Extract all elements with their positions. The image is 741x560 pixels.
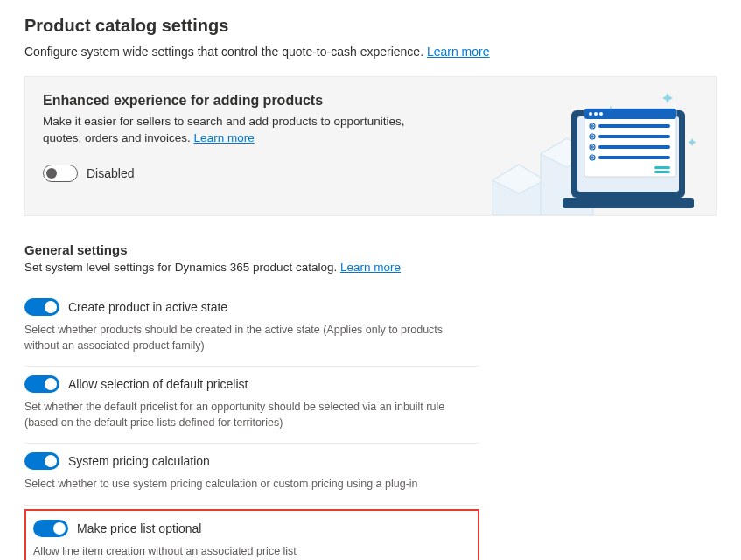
toggle-allow-default-pricelist[interactable]: [24, 375, 59, 393]
svg-point-7: [599, 112, 603, 116]
toggle-system-pricing[interactable]: [24, 452, 59, 470]
svg-point-20: [590, 155, 595, 160]
enhanced-toggle-label: Disabled: [87, 166, 134, 180]
svg-point-8: [590, 123, 595, 129]
svg-rect-19: [598, 145, 670, 149]
svg-rect-11: [598, 124, 670, 128]
svg-point-16: [590, 144, 595, 150]
highlighted-setting-box: Make price list optional Allow line item…: [24, 509, 479, 561]
label-price-list-optional: Make price list optional: [77, 522, 201, 536]
enhanced-toggle[interactable]: [43, 164, 78, 182]
enhanced-toggle-row: Disabled: [43, 164, 698, 182]
label-create-product-active: Create product in active state: [68, 300, 227, 314]
help-system-pricing: Select whether to use system pricing cal…: [24, 477, 462, 493]
toggle-create-product-active[interactable]: [24, 298, 59, 316]
page-subtitle: Configure system wide settings that cont…: [24, 45, 717, 59]
svg-point-6: [594, 112, 598, 116]
help-allow-default-pricelist: Set whether the default pricelist for an…: [24, 400, 462, 430]
svg-point-12: [590, 134, 595, 139]
help-create-product-active: Select whether products should be create…: [24, 323, 462, 354]
general-title: General settings: [24, 242, 717, 257]
enhanced-learn-more-link[interactable]: Learn more: [194, 131, 255, 144]
setting-create-product-active: Create product in active state Select wh…: [24, 290, 479, 367]
general-settings-section: General settings Set system level settin…: [24, 242, 717, 560]
label-system-pricing: System pricing calculation: [68, 454, 210, 468]
setting-system-pricing: System pricing calculation Select whethe…: [24, 444, 479, 506]
subtitle-text: Configure system wide settings that cont…: [24, 45, 427, 59]
learn-more-link[interactable]: Learn more: [427, 45, 490, 59]
help-price-list-optional: Allow line item creation without an asso…: [33, 544, 471, 560]
page-title: Product catalog settings: [24, 16, 717, 36]
enhanced-desc: Make it easier for sellers to search and…: [43, 114, 410, 147]
svg-rect-23: [598, 156, 670, 159]
setting-allow-default-pricelist: Allow selection of default pricelist Set…: [24, 367, 479, 444]
svg-rect-15: [598, 135, 670, 138]
enhanced-experience-card: Enhanced experience for adding products …: [24, 76, 717, 216]
general-desc-text: Set system level settings for Dynamics 3…: [24, 261, 340, 274]
svg-rect-2: [563, 198, 694, 208]
enhanced-title: Enhanced experience for adding products: [43, 93, 698, 108]
general-desc: Set system level settings for Dynamics 3…: [24, 261, 717, 274]
label-allow-default-pricelist: Allow selection of default pricelist: [68, 377, 248, 391]
general-learn-more-link[interactable]: Learn more: [340, 261, 401, 274]
svg-rect-0: [571, 110, 685, 198]
svg-point-5: [589, 112, 592, 116]
toggle-price-list-optional[interactable]: [33, 520, 68, 537]
svg-rect-4: [584, 108, 676, 119]
